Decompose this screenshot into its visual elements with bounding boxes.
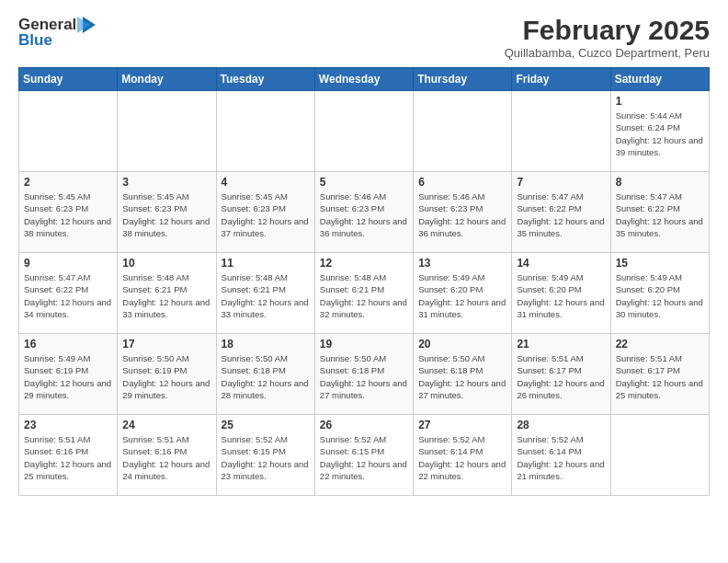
day-info: Sunrise: 5:51 AM Sunset: 6:16 PM Dayligh… [24, 433, 112, 482]
calendar-cell: 5Sunrise: 5:46 AM Sunset: 6:23 PM Daylig… [314, 172, 413, 253]
day-number: 11 [222, 257, 310, 270]
weekday-header-tuesday: Tuesday [216, 68, 314, 91]
day-number: 20 [418, 338, 506, 350]
day-number: 8 [616, 176, 704, 189]
calendar-cell: 14Sunrise: 5:49 AM Sunset: 6:20 PM Dayli… [512, 253, 610, 334]
day-number: 7 [517, 176, 605, 189]
week-row-1: 1Sunrise: 5:44 AM Sunset: 6:24 PM Daylig… [19, 91, 710, 172]
day-info: Sunrise: 5:46 AM Sunset: 6:23 PM Dayligh… [418, 190, 506, 239]
weekday-header-wednesday: Wednesday [314, 68, 413, 91]
subtitle: Quillabamba, Cuzco Department, Peru [505, 46, 710, 60]
day-info: Sunrise: 5:47 AM Sunset: 6:22 PM Dayligh… [517, 190, 605, 239]
day-info: Sunrise: 5:44 AM Sunset: 6:24 PM Dayligh… [616, 109, 704, 158]
day-number: 5 [320, 176, 408, 189]
day-number: 22 [616, 338, 704, 350]
calendar-cell [414, 91, 512, 172]
calendar-cell: 8Sunrise: 5:47 AM Sunset: 6:22 PM Daylig… [610, 172, 709, 253]
day-number: 10 [122, 257, 210, 270]
calendar-cell: 22Sunrise: 5:51 AM Sunset: 6:17 PM Dayli… [610, 334, 709, 415]
calendar-cell: 1Sunrise: 5:44 AM Sunset: 6:24 PM Daylig… [610, 91, 709, 172]
day-info: Sunrise: 5:50 AM Sunset: 6:18 PM Dayligh… [418, 352, 506, 401]
calendar-cell: 17Sunrise: 5:50 AM Sunset: 6:19 PM Dayli… [118, 334, 216, 415]
day-info: Sunrise: 5:50 AM Sunset: 6:18 PM Dayligh… [222, 352, 310, 401]
calendar-cell: 12Sunrise: 5:48 AM Sunset: 6:21 PM Dayli… [314, 253, 413, 334]
calendar-cell: 7Sunrise: 5:47 AM Sunset: 6:22 PM Daylig… [512, 172, 610, 253]
weekday-header-friday: Friday [512, 68, 610, 91]
day-info: Sunrise: 5:49 AM Sunset: 6:20 PM Dayligh… [616, 271, 704, 320]
day-number: 17 [122, 338, 210, 350]
day-info: Sunrise: 5:52 AM Sunset: 6:14 PM Dayligh… [517, 433, 605, 482]
calendar-cell [216, 91, 314, 172]
day-number: 13 [418, 257, 506, 270]
weekday-header-row: SundayMondayTuesdayWednesdayThursdayFrid… [19, 68, 710, 91]
day-info: Sunrise: 5:45 AM Sunset: 6:23 PM Dayligh… [24, 190, 112, 239]
day-number: 3 [122, 176, 210, 189]
calendar-cell: 3Sunrise: 5:45 AM Sunset: 6:23 PM Daylig… [118, 172, 216, 253]
calendar-cell: 16Sunrise: 5:49 AM Sunset: 6:19 PM Dayli… [19, 334, 118, 415]
week-row-5: 23Sunrise: 5:51 AM Sunset: 6:16 PM Dayli… [19, 415, 710, 496]
day-number: 19 [320, 338, 408, 350]
weekday-header-monday: Monday [118, 68, 216, 91]
day-info: Sunrise: 5:48 AM Sunset: 6:21 PM Dayligh… [320, 271, 408, 320]
day-info: Sunrise: 5:52 AM Sunset: 6:14 PM Dayligh… [418, 433, 506, 482]
calendar-cell: 21Sunrise: 5:51 AM Sunset: 6:17 PM Dayli… [512, 334, 610, 415]
day-info: Sunrise: 5:49 AM Sunset: 6:19 PM Dayligh… [24, 352, 112, 401]
day-info: Sunrise: 5:50 AM Sunset: 6:18 PM Dayligh… [320, 352, 408, 401]
week-row-4: 16Sunrise: 5:49 AM Sunset: 6:19 PM Dayli… [19, 334, 710, 415]
calendar-cell: 28Sunrise: 5:52 AM Sunset: 6:14 PM Dayli… [512, 415, 610, 496]
day-number: 16 [24, 338, 112, 350]
calendar-cell [19, 91, 118, 172]
day-info: Sunrise: 5:48 AM Sunset: 6:21 PM Dayligh… [122, 271, 210, 320]
day-number: 21 [517, 338, 605, 350]
day-number: 24 [122, 419, 210, 431]
calendar-cell: 10Sunrise: 5:48 AM Sunset: 6:21 PM Dayli… [118, 253, 216, 334]
calendar-cell [314, 91, 413, 172]
day-number: 23 [24, 419, 112, 431]
day-number: 27 [418, 419, 506, 431]
day-info: Sunrise: 5:51 AM Sunset: 6:16 PM Dayligh… [122, 433, 210, 482]
calendar-cell: 11Sunrise: 5:48 AM Sunset: 6:21 PM Dayli… [216, 253, 314, 334]
calendar-cell [118, 91, 216, 172]
calendar-cell: 23Sunrise: 5:51 AM Sunset: 6:16 PM Dayli… [19, 415, 118, 496]
calendar-cell: 20Sunrise: 5:50 AM Sunset: 6:18 PM Dayli… [414, 334, 512, 415]
weekday-header-thursday: Thursday [414, 68, 512, 91]
calendar-cell: 9Sunrise: 5:47 AM Sunset: 6:22 PM Daylig… [19, 253, 118, 334]
calendar-cell: 18Sunrise: 5:50 AM Sunset: 6:18 PM Dayli… [216, 334, 314, 415]
day-number: 12 [320, 257, 408, 270]
calendar-cell [512, 91, 610, 172]
day-number: 28 [517, 419, 605, 431]
week-row-2: 2Sunrise: 5:45 AM Sunset: 6:23 PM Daylig… [19, 172, 710, 253]
day-info: Sunrise: 5:47 AM Sunset: 6:22 PM Dayligh… [24, 271, 112, 320]
week-row-3: 9Sunrise: 5:47 AM Sunset: 6:22 PM Daylig… [19, 253, 710, 334]
day-number: 6 [418, 176, 506, 189]
calendar-cell: 27Sunrise: 5:52 AM Sunset: 6:14 PM Dayli… [414, 415, 512, 496]
calendar-cell: 13Sunrise: 5:49 AM Sunset: 6:20 PM Dayli… [414, 253, 512, 334]
calendar-cell: 6Sunrise: 5:46 AM Sunset: 6:23 PM Daylig… [414, 172, 512, 253]
calendar-cell: 4Sunrise: 5:45 AM Sunset: 6:23 PM Daylig… [216, 172, 314, 253]
calendar-cell: 24Sunrise: 5:51 AM Sunset: 6:16 PM Dayli… [118, 415, 216, 496]
calendar-cell: 19Sunrise: 5:50 AM Sunset: 6:18 PM Dayli… [314, 334, 413, 415]
day-number: 9 [24, 257, 112, 270]
logo: General Blue [18, 15, 97, 50]
calendar-cell: 25Sunrise: 5:52 AM Sunset: 6:15 PM Dayli… [216, 415, 314, 496]
day-info: Sunrise: 5:45 AM Sunset: 6:23 PM Dayligh… [222, 190, 310, 239]
day-info: Sunrise: 5:45 AM Sunset: 6:23 PM Dayligh… [122, 190, 210, 239]
weekday-header-sunday: Sunday [19, 68, 118, 91]
day-number: 2 [24, 176, 112, 189]
day-info: Sunrise: 5:50 AM Sunset: 6:19 PM Dayligh… [122, 352, 210, 401]
day-number: 25 [222, 419, 310, 431]
calendar-cell: 26Sunrise: 5:52 AM Sunset: 6:15 PM Dayli… [314, 415, 413, 496]
day-number: 26 [320, 419, 408, 431]
day-info: Sunrise: 5:46 AM Sunset: 6:23 PM Dayligh… [320, 190, 408, 239]
day-info: Sunrise: 5:51 AM Sunset: 6:17 PM Dayligh… [616, 352, 704, 401]
day-number: 14 [517, 257, 605, 270]
day-info: Sunrise: 5:49 AM Sunset: 6:20 PM Dayligh… [517, 271, 605, 320]
calendar: SundayMondayTuesdayWednesdayThursdayFrid… [18, 67, 710, 496]
day-info: Sunrise: 5:51 AM Sunset: 6:17 PM Dayligh… [517, 352, 605, 401]
weekday-header-saturday: Saturday [610, 68, 709, 91]
day-info: Sunrise: 5:49 AM Sunset: 6:20 PM Dayligh… [418, 271, 506, 320]
page: General Blue February 2025 Quillabamba, … [0, 0, 728, 563]
header: General Blue February 2025 Quillabamba, … [18, 15, 710, 60]
title-block: February 2025 Quillabamba, Cuzco Departm… [505, 15, 710, 60]
calendar-cell: 2Sunrise: 5:45 AM Sunset: 6:23 PM Daylig… [19, 172, 118, 253]
